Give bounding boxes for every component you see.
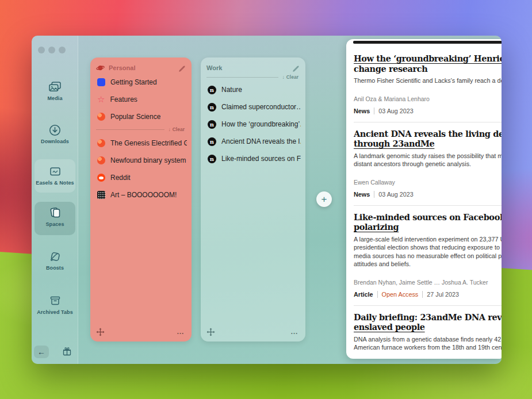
boost-icon [48,250,62,263]
article-title-link[interactable]: Daily briefing: 23andMe DNA reveals li [354,312,502,323]
article-teaser: attitudes and beliefs. [354,260,502,268]
article-title-link[interactable]: polarizing [354,222,502,232]
tab-label: Art – BOOOOOOOM! [110,191,177,199]
tab-ancient-dna[interactable]: n Ancient DNA reveals the l… [208,135,301,148]
nature-favicon: n [208,155,216,163]
tab-nature[interactable]: n Nature [208,83,301,96]
article-item: Daily briefing: 23andMe DNA reveals li e… [354,306,502,359]
down-arrow-icon: ↓ [282,74,284,80]
site-header-bar [353,41,502,44]
easel-icon [48,165,62,178]
sidebar-item-media[interactable]: Media [32,80,78,101]
article-teaser: American furnace workers from the 18th a… [354,343,502,352]
tab-genesis[interactable]: The Genesis Electrified G… [97,137,187,149]
article-meta: News 03 Aug 2023 [354,108,502,114]
space-title: Personal [109,64,174,71]
article-authors: Anil Oza & Mariana Lenharo [354,95,502,102]
pencil-icon[interactable] [178,64,186,72]
sidebar-item-easels-notes[interactable]: Easels & Notes [32,165,78,186]
tab-label: Getting Started [110,78,157,86]
spaces-icon [48,206,62,219]
popular-science-favicon [97,156,105,164]
divider [377,291,378,298]
article-date: 03 Aug 2023 [378,191,414,198]
tab-label: Ancient DNA reveals the l… [221,137,301,145]
back-button[interactable]: ← [34,346,49,358]
downloads-icon [48,124,62,136]
article-title-link[interactable]: Ancient DNA reveals the living descend [354,129,502,139]
more-options-icon[interactable]: … [177,330,185,333]
article-meta: News 03 Aug 2023 [354,191,502,198]
desktop-wallpaper: Media Downloads [0,0,532,399]
pinned-tab-getting-started[interactable]: Getting Started [97,76,187,89]
tab-label: Features [110,95,137,103]
pinned-tab-features[interactable]: ☆ Features [97,93,187,106]
add-space-button[interactable]: + [316,191,332,207]
divider [374,191,374,198]
article-date: 03 Aug 2023 [378,108,414,114]
sidebar-item-archived-tabs[interactable]: Archived Tabs [32,294,78,315]
booooooom-favicon [97,191,105,199]
divider [96,129,164,130]
article-title-link[interactable]: through 23andMe [354,139,502,149]
sidebar-item-label: Boosts [46,265,64,271]
sidebar-item-spaces[interactable]: Spaces [32,206,78,227]
tab-art-booooooom[interactable]: Art – BOOOOOOOM! [97,189,187,201]
article-title-link[interactable]: How the ‘groundbreaking’ Henrietta L [354,53,502,64]
article-teaser: distant ancestors through genetic analys… [354,160,502,168]
gift-button[interactable] [62,347,72,356]
tab-reddit[interactable]: Reddit [97,171,187,184]
article-item: Like-minded sources on Facebook are pola… [354,206,502,306]
article-teaser: Thermo Fisher Scientific and Lacks’s fam… [354,76,502,85]
tab-how-the-groundbreaking[interactable]: n How the ‘groundbreaking’… [208,118,301,131]
personal-card-footer: … [96,327,185,336]
divider [206,77,278,78]
open-access-badge: Open Access [382,291,419,298]
move-handle-icon[interactable] [206,328,215,336]
sidebar-item-downloads[interactable]: Downloads [32,124,78,144]
nature-favicon: n [208,103,216,112]
reddit-favicon [97,174,105,182]
article-teaser: A landmark genomic study raises the poss… [354,152,502,160]
article-authors: Ewen Callaway [354,179,502,186]
article-teaser: A large-scale field intervention experim… [354,235,502,244]
clear-tabs-control[interactable]: ↓ Clear [206,74,298,80]
tab-newfound-binary[interactable]: Newfound binary system i… [97,154,187,167]
work-card-header: Work [206,63,300,73]
down-arrow-icon: ↓ [168,126,170,132]
sidebar-item-label: Downloads [41,139,69,144]
divider [374,108,374,114]
clear-tabs-control[interactable]: ↓ Clear [96,126,185,133]
zoom-window-button[interactable] [59,47,66,53]
article-teaser: presidential election shows that reducin… [354,243,502,252]
minimize-window-button[interactable] [48,47,55,53]
nature-favicon: n [208,86,216,94]
article-title-link[interactable]: enslaved people [354,322,502,332]
pencil-icon[interactable] [292,64,300,72]
tab-label: How the ‘groundbreaking’… [221,120,301,128]
tab-label: Popular Science [110,113,160,121]
sidebar-item-boosts[interactable]: Boosts [32,250,78,271]
personal-card-header: Personal [96,63,186,73]
article-title-link[interactable]: change research [354,64,502,74]
article-meta: Article Open Access 27 Jul 2023 [354,291,502,298]
pinned-tab-popular-science[interactable]: Popular Science [97,110,187,123]
sidebar-item-label: Spaces [45,221,64,227]
gift-icon [62,347,72,356]
window-controls [38,47,66,53]
star-favicon: ☆ [97,95,105,103]
article-title-link[interactable]: Like-minded sources on Facebook are [354,212,502,222]
article-date: 27 Jul 2023 [427,291,459,298]
article-kind: News [354,191,370,198]
move-handle-icon[interactable] [96,328,105,336]
tab-claimed-superconductor[interactable]: n Claimed superconductor… [208,101,301,113]
article-item: How the ‘groundbreaking’ Henrietta L cha… [354,46,502,122]
article-kind: News [354,108,370,114]
article-item: Ancient DNA reveals the living descend t… [354,122,502,206]
article-list: How the ‘groundbreaking’ Henrietta L cha… [354,46,502,359]
tab-like-minded-sources[interactable]: n Like-minded sources on F… [208,152,301,165]
space-card-work: Work ↓ Clear n Nature n Claimed supercon… [201,57,305,342]
more-options-icon[interactable]: … [290,330,298,333]
close-window-button[interactable] [38,47,45,53]
tab-label: Reddit [110,174,131,182]
